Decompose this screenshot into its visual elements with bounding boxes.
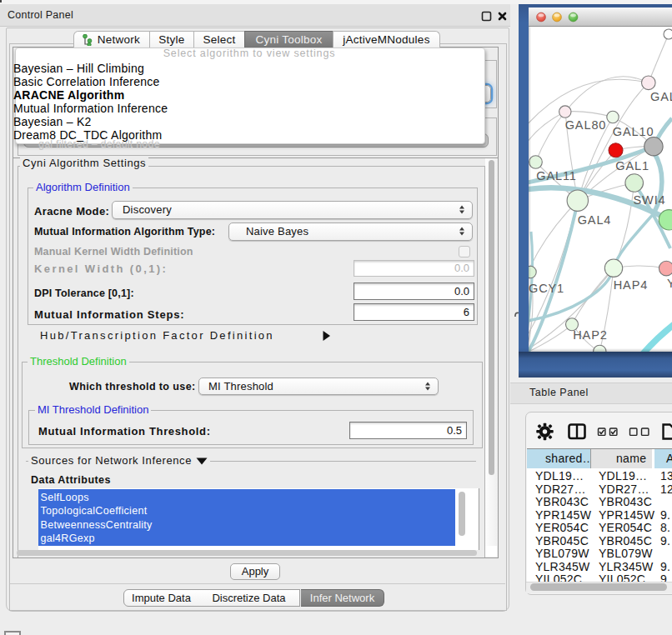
svg-text:GCY1: GCY1 — [529, 282, 564, 295]
svg-text:YJ: YJ — [667, 277, 672, 290]
svg-text:SWI4: SWI4 — [633, 193, 665, 207]
svg-text:GAL1: GAL1 — [615, 159, 649, 172]
svg-text:GAL4: GAL4 — [578, 213, 612, 227]
svg-text:HAP4: HAP4 — [614, 278, 648, 292]
svg-text:GAL7: GAL7 — [650, 90, 672, 103]
svg-text:GAL10: GAL10 — [613, 125, 654, 138]
svg-text:HAP2: HAP2 — [573, 328, 607, 342]
svg-text:GAL11: GAL11 — [536, 169, 577, 182]
svg-text:GAL80: GAL80 — [565, 118, 607, 132]
